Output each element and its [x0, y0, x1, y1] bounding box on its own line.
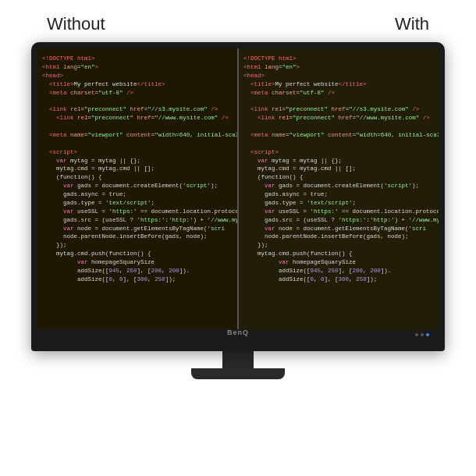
power-indicator [426, 333, 429, 336]
monitor-bezel: <!DOCTYPE html> <html lang="en"> <head> … [31, 42, 445, 351]
screen-divider [237, 48, 239, 329]
brand-logo: BenQ [227, 329, 249, 336]
code-panel-left: <!DOCTYPE html> <html lang="en"> <head> … [37, 48, 237, 329]
label-with: With [395, 14, 429, 34]
control-dot-1[interactable] [415, 333, 418, 336]
labels-row: Without With [0, 0, 476, 42]
monitor-controls [415, 333, 429, 336]
code-panel-right: <!DOCTYPE html> <html lang="en"> <head> … [239, 48, 439, 329]
comparison-container: Without With <!DOCTYPE html> <html lang=… [0, 0, 476, 476]
control-dot-2[interactable] [421, 333, 424, 336]
monitor-neck [222, 351, 254, 368]
monitor-screen: <!DOCTYPE html> <html lang="en"> <head> … [37, 48, 439, 329]
monitor-base [191, 368, 285, 379]
monitor-wrapper: <!DOCTYPE html> <html lang="en"> <head> … [31, 42, 445, 379]
label-without: Without [47, 14, 105, 34]
